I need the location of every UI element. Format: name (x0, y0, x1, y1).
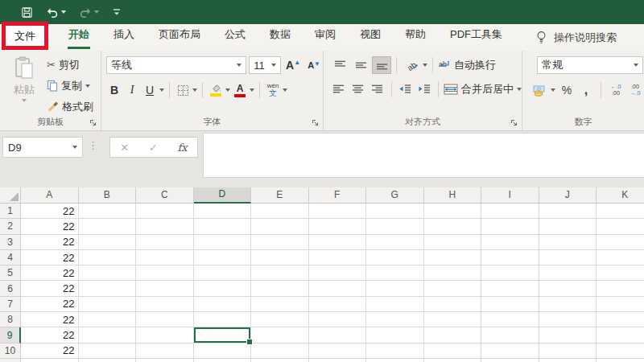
align-left-button[interactable] (330, 80, 348, 98)
number-format-combobox[interactable]: 常规 (537, 56, 643, 74)
tab-insert[interactable]: 插入 (101, 22, 147, 53)
column-header-C[interactable]: C (136, 187, 194, 204)
cell-H3[interactable] (424, 235, 482, 250)
cell-I9[interactable] (481, 327, 539, 343)
cell-D5[interactable] (194, 265, 252, 281)
enter-formula-button[interactable]: ✓ (149, 142, 158, 154)
formula-input[interactable] (203, 133, 644, 178)
alignment-dialog-launcher[interactable] (510, 119, 518, 127)
cell-H7[interactable] (424, 297, 482, 312)
row-header-7[interactable]: 7 (0, 297, 21, 312)
cell-H11[interactable] (424, 359, 482, 362)
cell-D7[interactable] (194, 297, 252, 312)
cell-D11[interactable] (194, 359, 252, 362)
clipboard-dialog-launcher[interactable] (89, 119, 97, 127)
cell-D2[interactable] (194, 219, 252, 234)
cell-K3[interactable] (597, 235, 644, 250)
cell-E4[interactable] (251, 250, 309, 265)
cell-B8[interactable] (79, 312, 137, 327)
cell-H4[interactable] (424, 250, 482, 265)
cell-H6[interactable] (424, 281, 482, 296)
cell-I1[interactable] (481, 204, 539, 219)
row-header-3[interactable]: 3 (0, 235, 21, 250)
cell-H2[interactable] (424, 219, 482, 234)
cell-J1[interactable] (539, 204, 597, 219)
cell-F10[interactable] (309, 343, 367, 359)
row-header-8[interactable]: 8 (0, 312, 21, 327)
increase-indent-button[interactable] (415, 80, 433, 98)
cell-C3[interactable] (136, 235, 194, 250)
cell-I5[interactable] (481, 265, 539, 281)
cell-C10[interactable] (136, 343, 194, 359)
cut-button[interactable]: ✂ 剪切 (47, 56, 93, 73)
accounting-format-button[interactable] (530, 81, 547, 99)
format-painter-button[interactable]: 格式刷 (47, 98, 93, 115)
bottom-align-button[interactable] (372, 56, 391, 74)
cell-G10[interactable] (366, 343, 424, 359)
row-header-4[interactable]: 4 (0, 250, 21, 265)
column-header-K[interactable]: K (597, 187, 644, 204)
cell-F2[interactable] (309, 219, 367, 234)
copy-button[interactable]: 复制 (47, 77, 93, 94)
cell-A7[interactable]: 22 (21, 297, 79, 312)
cell-F8[interactable] (309, 312, 367, 327)
tab-home[interactable]: 开始 (56, 22, 101, 53)
comma-style-button[interactable]: , (578, 81, 594, 99)
orientation-dropdown-caret[interactable] (423, 64, 427, 67)
undo-dropdown-caret[interactable] (61, 10, 66, 14)
cell-D8[interactable] (194, 312, 252, 327)
percent-style-button[interactable]: % (559, 81, 575, 99)
cell-E1[interactable] (251, 204, 309, 219)
cell-J3[interactable] (539, 235, 597, 250)
decrease-decimal-button[interactable]: .00 →.0 (627, 81, 643, 99)
decrease-indent-button[interactable] (396, 80, 414, 98)
cell-A8[interactable]: 22 (21, 312, 79, 327)
cell-H1[interactable] (424, 204, 482, 219)
accounting-format-dropdown-caret[interactable] (551, 88, 555, 92)
cell-I11[interactable] (481, 359, 539, 362)
cell-B5[interactable] (79, 265, 137, 281)
middle-align-button[interactable] (351, 56, 370, 74)
increase-font-size-button[interactable]: A▲ (283, 59, 303, 72)
cell-G5[interactable] (366, 265, 424, 281)
top-align-button[interactable] (330, 56, 349, 74)
cell-G2[interactable] (366, 219, 424, 234)
merge-center-dropdown-caret[interactable] (517, 88, 522, 91)
font-color-button[interactable]: A (232, 81, 248, 99)
tab-page-layout[interactable]: 页面布局 (147, 22, 213, 53)
cell-D6[interactable] (194, 281, 252, 296)
cell-E3[interactable] (251, 235, 309, 250)
cell-F3[interactable] (309, 235, 367, 250)
cell-G4[interactable] (366, 250, 424, 265)
column-header-G[interactable]: G (366, 187, 424, 204)
cell-B4[interactable] (79, 250, 137, 265)
tab-file[interactable]: 文件 (14, 29, 35, 43)
tab-review[interactable]: 审阅 (303, 22, 348, 53)
column-header-I[interactable]: I (481, 187, 539, 204)
font-dialog-launcher[interactable] (312, 119, 320, 127)
cell-K5[interactable] (597, 265, 644, 281)
cell-D4[interactable] (194, 250, 252, 265)
undo-button[interactable] (46, 6, 66, 19)
wrap-text-button[interactable]: ab 自动换行 (438, 58, 496, 72)
cell-A9[interactable]: 22 (21, 327, 79, 343)
cell-K8[interactable] (597, 312, 644, 327)
cell-J9[interactable] (539, 327, 597, 343)
column-header-B[interactable]: B (79, 187, 137, 204)
cell-C4[interactable] (136, 250, 194, 265)
cell-I6[interactable] (481, 281, 539, 296)
cell-A6[interactable]: 22 (21, 281, 79, 296)
cell-J6[interactable] (539, 281, 597, 296)
cell-F6[interactable] (309, 281, 367, 296)
cell-G8[interactable] (366, 312, 424, 327)
cell-J4[interactable] (539, 250, 597, 265)
underline-button[interactable]: U (142, 81, 158, 99)
formula-bar-drag-handle[interactable]: ⋮ (88, 139, 98, 151)
cell-K4[interactable] (597, 250, 644, 265)
cell-H5[interactable] (424, 265, 482, 281)
row-header-1[interactable]: 1 (0, 204, 21, 219)
row-header-11[interactable]: 11 (0, 359, 21, 362)
align-right-button[interactable] (369, 80, 386, 98)
cell-J10[interactable] (539, 343, 597, 359)
cell-C5[interactable] (136, 265, 194, 281)
